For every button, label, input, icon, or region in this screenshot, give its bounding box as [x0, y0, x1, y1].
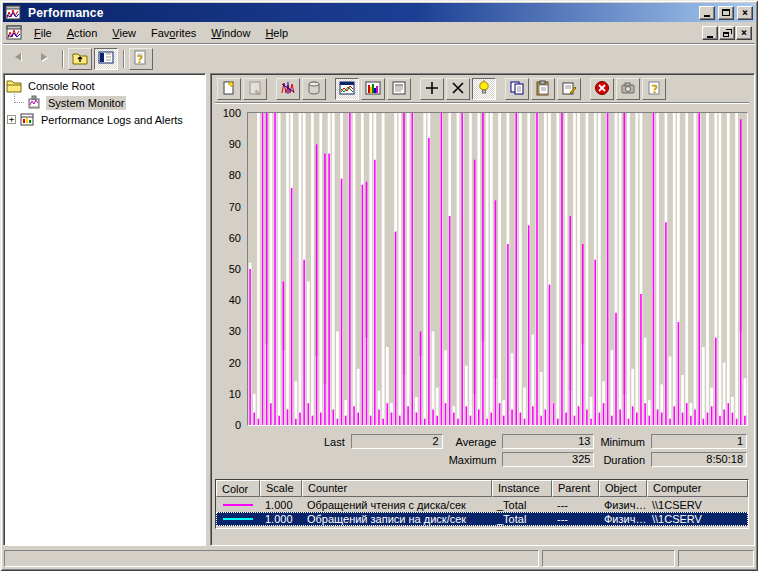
forward-icon	[37, 50, 53, 68]
minimum-value: 1	[651, 434, 747, 449]
view-current-activity-button[interactable]	[276, 78, 300, 100]
computer-cell: \\1CSERV	[647, 513, 748, 525]
column-header-scale[interactable]: Scale	[260, 480, 302, 497]
counter-row-read[interactable]: 1.000 Обращений чтения с диска/сек _Tota…	[216, 498, 748, 512]
mdi-close-button[interactable]: ×	[736, 26, 752, 40]
up-one-level-button[interactable]	[68, 48, 92, 70]
paste-counter-list-icon	[535, 80, 551, 98]
column-header-computer[interactable]: Computer	[647, 480, 748, 497]
counter-row-write[interactable]: 1.000 Обращений записи на диск/сек _Tota…	[216, 512, 748, 526]
parent-cell: ---	[552, 499, 599, 511]
svg-text:?: ?	[137, 53, 143, 66]
view-graph-button[interactable]	[335, 78, 359, 100]
menu-action[interactable]: Action	[60, 24, 105, 42]
status-panel	[678, 550, 754, 567]
status-panel	[542, 550, 675, 567]
back-icon	[11, 50, 27, 68]
status-bar	[3, 547, 755, 568]
forward-button[interactable]	[33, 48, 57, 70]
freeze-display-icon	[594, 80, 610, 98]
object-cell: Физич…	[599, 513, 647, 525]
help-icon: ?	[133, 50, 149, 68]
view-log-data-button[interactable]	[302, 78, 326, 100]
maximum-label: Maximum	[449, 454, 497, 466]
expand-icon[interactable]: +	[7, 115, 16, 124]
chart-area: 1009080706050403020100	[215, 112, 749, 426]
tree-item-console-root[interactable]: Console Root	[6, 77, 203, 94]
view-graph-icon	[339, 80, 355, 98]
scale-cell: 1.000	[260, 499, 302, 511]
delete-counter-button[interactable]	[446, 78, 470, 100]
properties-button[interactable]	[557, 78, 581, 100]
tree-item-label: Console Root	[26, 79, 97, 93]
view-histogram-icon	[365, 80, 381, 98]
show-hide-tree-icon	[98, 50, 114, 68]
minimize-button[interactable]	[699, 6, 715, 20]
y-axis: 1009080706050403020100	[215, 112, 247, 426]
new-counter-set-icon	[221, 80, 237, 98]
menu-favorites[interactable]: Favorites	[144, 24, 203, 42]
color-swatch-cell	[216, 518, 260, 520]
color-swatch-cell	[216, 504, 260, 506]
update-data-icon	[620, 80, 636, 98]
last-label: Last	[324, 436, 345, 448]
clear-display-button[interactable]	[243, 78, 267, 100]
instance-cell: _Total	[492, 513, 552, 525]
delete-counter-icon	[450, 80, 466, 98]
paste-counter-list-button[interactable]	[531, 78, 555, 100]
view-report-icon	[391, 80, 407, 98]
copy-properties-button[interactable]	[505, 78, 529, 100]
menu-bar: File Action View Favorites Window Help ×	[3, 22, 755, 45]
back-button[interactable]	[7, 48, 31, 70]
copy-properties-icon	[509, 80, 525, 98]
menu-help[interactable]: Help	[258, 24, 295, 42]
counter-legend: Color Scale Counter Instance Parent Obje…	[215, 479, 749, 529]
sm-help-button[interactable]: ?	[642, 78, 666, 100]
column-header-object[interactable]: Object	[599, 480, 647, 497]
close-button[interactable]: ×	[737, 6, 753, 20]
column-header-color[interactable]: Color	[216, 480, 260, 497]
console-window-icon[interactable]	[6, 25, 22, 41]
mdi-minimize-button[interactable]	[702, 26, 718, 40]
view-current-activity-icon	[280, 80, 296, 98]
legend-rows: 1.000 Обращений чтения с диска/сек _Tota…	[216, 497, 748, 528]
column-header-parent[interactable]: Parent	[552, 480, 599, 497]
highlight-icon	[476, 80, 492, 98]
mdi-restore-button[interactable]	[719, 26, 735, 40]
menu-window[interactable]: Window	[204, 24, 257, 42]
show-hide-tree-button[interactable]	[94, 48, 118, 70]
new-counter-set-button[interactable]	[217, 78, 241, 100]
scale-cell: 1.000	[260, 513, 302, 525]
update-data-button[interactable]	[616, 78, 640, 100]
view-report-button[interactable]	[387, 78, 411, 100]
menu-file[interactable]: File	[27, 24, 59, 42]
tree-item-label: Performance Logs and Alerts	[39, 113, 185, 127]
tree-item-label: System Monitor	[46, 96, 126, 110]
chart-plot-box	[247, 112, 748, 426]
help-icon: ?	[646, 80, 662, 98]
main-area: Console Root System Monitor + Performanc…	[3, 72, 755, 547]
performance-window: Performance × File Action View Favorites…	[0, 0, 758, 571]
system-monitor-toolbar: ?	[215, 76, 749, 103]
toolbar-separator	[123, 50, 124, 68]
average-value: 13	[502, 434, 594, 449]
freeze-display-button[interactable]	[590, 78, 614, 100]
column-header-counter[interactable]: Counter	[302, 480, 492, 497]
chart-plot	[248, 113, 747, 425]
toolbar-separator	[62, 50, 63, 68]
average-label: Average	[456, 436, 497, 448]
view-log-data-icon	[306, 80, 322, 98]
column-header-instance[interactable]: Instance	[492, 480, 552, 497]
view-histogram-button[interactable]	[361, 78, 385, 100]
menu-view[interactable]: View	[105, 24, 143, 42]
parent-cell: ---	[552, 513, 599, 525]
highlight-button[interactable]	[472, 78, 496, 100]
add-counter-button[interactable]	[420, 78, 444, 100]
maximize-button[interactable]	[718, 6, 734, 20]
clear-display-icon	[247, 80, 263, 98]
console-help-button[interactable]: ?	[129, 48, 153, 70]
instance-cell: _Total	[492, 499, 552, 511]
tree-item-performance-logs[interactable]: + Performance Logs and Alerts	[6, 111, 203, 128]
counter-color-swatch	[223, 504, 253, 506]
tree-item-system-monitor[interactable]: System Monitor	[6, 94, 203, 111]
